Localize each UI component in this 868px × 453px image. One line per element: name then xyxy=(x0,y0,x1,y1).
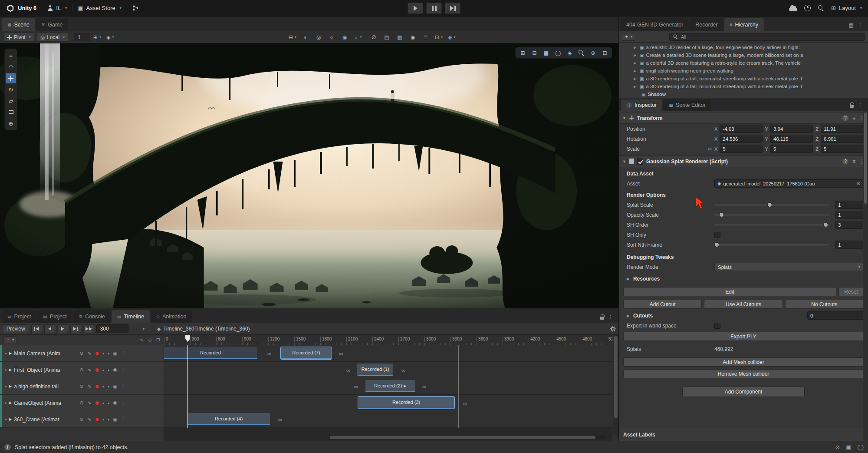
cutouts-foldout[interactable]: ▶ Cutouts 0 xyxy=(619,311,868,321)
menu-icon[interactable]: ⋮ xyxy=(608,314,613,320)
curves-icon[interactable]: ∿ xyxy=(87,350,91,356)
grid-visibility-toggle[interactable]: ▤ xyxy=(381,33,392,42)
pan-overlay-button[interactable]: ⊕ xyxy=(588,48,598,57)
edit-button[interactable]: Edit xyxy=(623,287,836,296)
background-tasks-icon[interactable]: ◯ xyxy=(857,444,864,450)
curves-icon[interactable]: ∿ xyxy=(87,367,91,373)
chevron-icon[interactable]: ▶ xyxy=(634,77,638,81)
timeline-clip[interactable]: Recorded (4) xyxy=(187,413,270,425)
foldout-icon[interactable]: ▼ xyxy=(622,116,626,120)
hidden-objects-toggle[interactable]: ∅ xyxy=(368,33,379,42)
track-menu-icon[interactable]: ⋮ xyxy=(121,417,125,422)
chevron-icon[interactable]: ▸ xyxy=(5,351,7,355)
help-icon[interactable]: ? xyxy=(842,115,848,121)
grid-overlay-button[interactable]: ⊞ xyxy=(517,48,528,57)
position-x-field[interactable]: -4.63 xyxy=(720,125,762,133)
record-button[interactable] xyxy=(95,368,99,372)
no-cutouts-button[interactable]: No Cutouts xyxy=(785,300,864,309)
lock-track-icon[interactable]: ▪ xyxy=(108,400,110,406)
timeline-clip[interactable]: Recorded (1) xyxy=(357,364,393,376)
timeline-clip-area[interactable]: 0 300 600 900 1200 1500 1800 2100 2400 2… xyxy=(164,335,612,441)
track-menu-icon[interactable]: ⋮ xyxy=(121,384,125,389)
chevron-icon[interactable]: ▶ xyxy=(634,46,638,50)
eye-icon[interactable]: ◉ xyxy=(113,350,117,356)
snap-overlay-button[interactable]: ⊟ xyxy=(529,48,540,57)
hierarchy-item[interactable]: ▶▣a 3D rendering of a tall, minimalist s… xyxy=(619,83,868,90)
chevron-icon[interactable]: ▶ xyxy=(634,69,638,73)
sort-nth-frame-slider[interactable] xyxy=(714,241,829,249)
object-picker-icon[interactable]: ⊙ xyxy=(857,181,861,186)
export-ply-button[interactable]: Export PLY xyxy=(623,332,864,341)
use-all-cutouts-button[interactable]: Use All Cutouts xyxy=(704,300,783,309)
track-high-definition[interactable]: ▸ ▶ a high definition tall ⊙ ∿ ▪ ▪ ◉ ⋮ xyxy=(0,378,164,395)
presets-icon[interactable]: ≡ xyxy=(852,159,855,165)
hierarchy-item[interactable]: ▶▣a 3D rendering of a tall, minimalist s… xyxy=(619,75,868,83)
gizmo-overlay-button[interactable]: ◈ xyxy=(564,48,575,57)
add-mesh-collider-button[interactable]: Add Mesh collider xyxy=(623,357,864,367)
slider-thumb[interactable] xyxy=(714,242,719,247)
gizmos-menu[interactable]: ◈▾ xyxy=(447,33,457,42)
rotate-tool-button[interactable]: ↻ xyxy=(6,84,16,95)
timeline-horizontal-scrollbar[interactable] xyxy=(329,435,605,440)
slider-thumb[interactable] xyxy=(823,222,828,227)
chevron-icon[interactable]: ▶ xyxy=(634,61,638,65)
tab-project-1[interactable]: ▤Project xyxy=(2,310,36,323)
lock-track-icon[interactable]: ▪ xyxy=(108,417,110,422)
dock-icon[interactable]: ▤ xyxy=(849,22,854,28)
sort-nth-frame-field[interactable]: 1 xyxy=(835,241,864,249)
menu-icon[interactable]: ⋮ xyxy=(858,22,863,28)
opacity-scale-slider[interactable] xyxy=(714,211,829,219)
grid-size-field[interactable]: 1 xyxy=(74,33,89,41)
eye-icon[interactable]: ◉ xyxy=(113,384,117,389)
rect-tool-button[interactable] xyxy=(6,107,16,117)
opacity-scale-field[interactable]: 1 xyxy=(835,211,864,219)
marker-toggle-icon[interactable]: ◇ xyxy=(148,337,151,343)
scene-visibility-toggle[interactable]: ◉ xyxy=(408,33,418,42)
hierarchy-item[interactable]: ▶▣virgil abloh wearing neon green walkin… xyxy=(619,67,868,75)
lock-icon[interactable] xyxy=(600,317,604,320)
lock-track-icon[interactable]: ▪ xyxy=(108,384,110,389)
asset-store-menu[interactable]: ▣ Asset Store ▾ xyxy=(78,5,122,11)
next-frame-button[interactable] xyxy=(70,324,81,333)
tab-console[interactable]: ≣Console xyxy=(73,310,111,323)
scale-z-field[interactable]: 5 xyxy=(821,145,864,153)
track-menu-icon[interactable]: ⋮ xyxy=(121,400,125,406)
notifications-muted-icon[interactable]: ⊘ xyxy=(835,444,840,450)
track-gameobject[interactable]: ▸ ▶ GameObject (Anima ⊙ ∿ ▪ ▪ ◉ ⋮ xyxy=(0,395,164,411)
rotation-z-field[interactable]: 6.901 xyxy=(821,135,864,143)
fx-toggle[interactable]: ○ xyxy=(326,33,337,42)
tab-inspector[interactable]: iInspector xyxy=(621,99,662,111)
camera-overlay-button[interactable]: ⊡ xyxy=(599,48,610,57)
asset-object-field[interactable]: ◆ generated_model_20250217_175610 (Gau ⊙ xyxy=(714,179,864,188)
tab-game[interactable]: ⊡ Game xyxy=(36,18,68,31)
foldout-icon[interactable]: ▼ xyxy=(622,159,626,164)
presets-icon[interactable]: ≡ xyxy=(852,115,855,121)
history-icon[interactable] xyxy=(804,5,811,11)
package-manager-icon[interactable]: ▣ xyxy=(846,444,851,450)
capture-icon[interactable]: ⊡ xyxy=(156,337,160,343)
help-icon[interactable]: ? xyxy=(842,159,848,165)
tool-settings-button[interactable]: ⊟▾ xyxy=(287,33,298,42)
add-cutout-button[interactable]: Add Cutout xyxy=(623,300,702,309)
track-main-camera[interactable]: ▸ ▶ Main Camera (Anim ⊙ ∿ ▪ ▪ ◉ ⋮ xyxy=(0,345,164,362)
export-world-space-checkbox[interactable] xyxy=(714,323,720,329)
resources-foldout[interactable]: ▶ Resources xyxy=(619,274,868,284)
effects-menu[interactable]: ☼▾ xyxy=(352,33,363,42)
splat-scale-slider[interactable] xyxy=(714,201,829,209)
curves-view-icon[interactable]: ∿ xyxy=(140,337,144,343)
chevron-icon[interactable]: ▸ xyxy=(5,417,7,421)
snap-settings-button[interactable]: ◈▾ xyxy=(105,33,115,42)
timeline-ruler[interactable]: 0 300 600 900 1200 1500 1800 2100 2400 2… xyxy=(164,335,612,345)
lock-icon[interactable] xyxy=(850,105,854,108)
hierarchy-item[interactable]: ▶▣a colorful 3D scene featuring a retro-… xyxy=(619,59,868,67)
step-button[interactable] xyxy=(445,3,460,14)
record-button[interactable] xyxy=(95,384,99,389)
splat-scale-field[interactable]: 1 xyxy=(835,201,864,209)
record-button[interactable] xyxy=(95,401,99,405)
inspector-scrollbar[interactable] xyxy=(863,111,868,441)
track-360-crane[interactable]: ▸ ▶ 360_Crane (Animat ⊙ ∿ ▪ ▪ ◉ ⋮ xyxy=(0,411,164,428)
hierarchy-item[interactable]: ▣Shadow xyxy=(619,90,868,98)
pin-icon[interactable]: ▪ xyxy=(103,400,105,406)
tab-sprite-editor[interactable]: ▦Sprite Editor xyxy=(663,99,711,111)
current-frame-field[interactable]: 300 xyxy=(96,324,128,333)
